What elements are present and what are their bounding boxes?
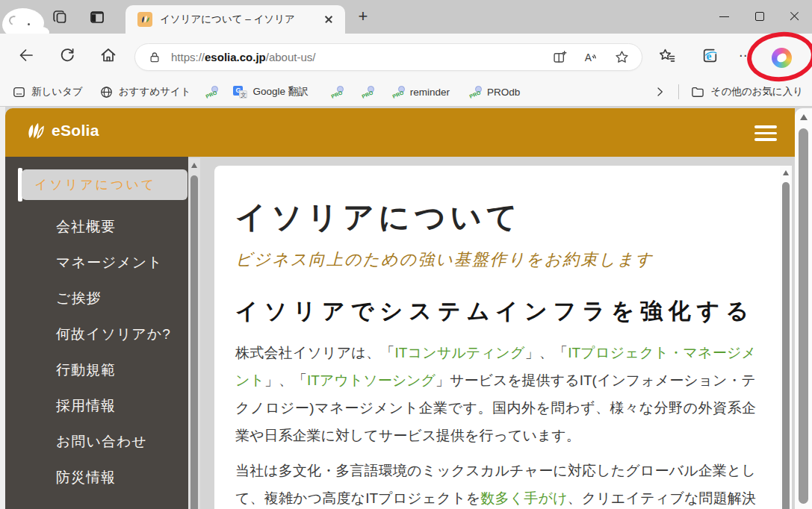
split-screen-icon[interactable] <box>552 49 568 65</box>
favorites-bar-right: その他のお気に入り <box>652 84 812 99</box>
content-paragraph: 当社は多文化・多言語環境のミックスカルチャーに対応したグローバル企業として、複雑… <box>235 457 756 509</box>
page-scrollbar[interactable] <box>795 108 812 509</box>
window-controls <box>707 0 812 34</box>
sidebar-item[interactable]: 防災情報 <box>5 460 188 496</box>
address-bar[interactable]: https://esolia.co.jp/about-us/ A <box>134 43 642 71</box>
pro-icon: PRO <box>469 86 482 99</box>
site-header: eSolia <box>5 108 795 157</box>
tab-close-icon[interactable] <box>321 12 336 27</box>
read-aloud-glyph: A <box>585 52 592 63</box>
sidebar-scrollbar[interactable] <box>188 158 200 509</box>
scrollbar-thumb[interactable] <box>190 175 198 509</box>
address-bar-actions: A <box>552 49 630 66</box>
esolia-favicon <box>137 12 152 27</box>
section-heading: イソリアでシステムインフラを強化する <box>235 296 760 327</box>
workspaces-icon[interactable] <box>49 7 70 28</box>
reload-button[interactable] <box>57 45 78 66</box>
sidebar-item[interactable]: 行動規範 <box>5 352 188 388</box>
favorites-list-icon[interactable] <box>657 45 678 66</box>
favorite-star-icon[interactable] <box>614 49 630 65</box>
sidebar-item[interactable]: 何故イソリアか? <box>5 316 188 352</box>
content-text: 」、「 <box>525 345 568 360</box>
minimize-button[interactable] <box>707 0 742 34</box>
url-path: /about-us/ <box>266 51 316 63</box>
favorite-label: PROdb <box>487 87 520 98</box>
pro-icon: PRO <box>392 86 405 99</box>
scroll-up-arrow-icon[interactable] <box>191 163 197 168</box>
url-domain: esolia.co.jp <box>205 51 266 63</box>
scroll-up-arrow-icon[interactable] <box>783 170 789 175</box>
tab-title: イソリアについて – イソリア <box>160 13 321 26</box>
favorite-label: その他のお気に入り <box>711 85 803 99</box>
page-left-gutter <box>0 107 5 509</box>
scroll-up-arrow-icon[interactable] <box>800 114 808 120</box>
url-scheme: https:// <box>171 51 205 63</box>
content-paragraph: 株式会社イソリアは、「ITコンサルティング」、「ITプロジェクト・マネージメント… <box>235 339 756 449</box>
close-button[interactable] <box>777 0 812 34</box>
copilot-icon[interactable] <box>772 48 792 68</box>
translate-icon: G文 <box>233 86 247 99</box>
sidebar-nav: イソリアについて 会社概要 マネージメント ご挨拶 何故イソリアか? 行動規範 … <box>5 157 188 509</box>
favorite-reminder[interactable]: PRO reminder <box>392 86 450 99</box>
content-link[interactable]: ITコンサルティング <box>394 345 524 360</box>
content-link[interactable]: ITアウトソーシング <box>307 372 436 388</box>
new-tab-button[interactable]: + <box>353 7 374 27</box>
favorite-new-tab[interactable]: 新しいタブ <box>12 85 83 99</box>
vertical-tabs-icon[interactable] <box>87 7 108 28</box>
content-text: 株式会社イソリアは、「 <box>235 345 394 360</box>
favorite-label: 新しいタブ <box>31 85 83 99</box>
sidebar-item[interactable]: 会社概要 <box>5 209 188 245</box>
url-text: https://esolia.co.jp/about-us/ <box>171 51 552 63</box>
favorite-label: reminder <box>410 87 450 98</box>
pro-icon: PRO <box>331 86 344 99</box>
favorite-google-translate[interactable]: G文 Google 翻訳 <box>233 85 308 99</box>
favorites-bar: 新しいタブ おすすめサイト PRO G文 Google 翻訳 PRO PRO P… <box>0 78 812 107</box>
browser-toolbar: https://esolia.co.jp/about-us/ A <box>0 34 812 78</box>
favorites-divider <box>678 84 679 99</box>
hamburger-menu-icon[interactable] <box>754 125 777 141</box>
lock-icon[interactable] <box>148 51 161 64</box>
pro-icon: PRO <box>362 86 374 99</box>
browser-window: { "titlebar": { "tab_title": "イソリアについて –… <box>0 0 812 509</box>
favorite-prodb[interactable]: PRO PROdb <box>469 86 520 99</box>
ie-mode-icon[interactable]: e <box>699 45 720 66</box>
brand-name: eSolia <box>52 122 99 140</box>
sidebar-item[interactable]: 採用情報 <box>5 388 188 424</box>
page-viewport: eSolia イソリアについて 会社概要 マネージメント ご挨拶 何故イソリアか… <box>0 107 812 509</box>
content-scrollbar[interactable] <box>780 166 792 509</box>
blob-arc <box>7 14 20 27</box>
blob-dot <box>28 23 30 25</box>
sidebar-item[interactable]: ご挨拶 <box>5 281 188 316</box>
page-title: イソリアについて <box>235 197 760 238</box>
content-link[interactable]: 数多く手がけ <box>480 490 567 506</box>
favorite-pro-1[interactable]: PRO <box>205 86 218 99</box>
page-subtitle: ビジネス向上のための強い基盤作りをお約束します <box>235 249 760 271</box>
sidebar-item[interactable]: お問い合わせ <box>5 424 188 460</box>
browser-tab[interactable]: イソリアについて – イソリア <box>125 5 345 34</box>
read-aloud-icon[interactable]: A <box>583 49 599 66</box>
favorite-pro-2[interactable]: PRO <box>331 86 344 99</box>
favorites-overflow-chevron-icon[interactable] <box>652 86 667 98</box>
favorite-label: Google 翻訳 <box>252 85 308 99</box>
favorite-suggested-sites[interactable]: おすすめサイト <box>99 85 191 99</box>
esolia-logo[interactable]: eSolia <box>23 119 99 142</box>
tab-strip: イソリアについて – イソリア + <box>0 0 812 34</box>
sidebar-active-label: イソリアについて <box>22 169 187 200</box>
sidebar-nav-list: 会社概要 マネージメント ご挨拶 何故イソリアか? 行動規範 採用情報 お問い合… <box>5 209 188 496</box>
other-favorites-folder[interactable]: その他のお気に入り <box>690 84 803 99</box>
home-button[interactable] <box>98 45 119 66</box>
more-options-icon[interactable]: ⋯ <box>735 45 756 66</box>
back-button[interactable] <box>16 45 37 66</box>
content-text: 」、「 <box>264 372 307 388</box>
favorite-label: おすすめサイト <box>119 85 191 99</box>
ie-glyph: e <box>706 49 711 61</box>
favorite-pro-3[interactable]: PRO <box>362 86 374 99</box>
sidebar-item-about-active[interactable]: イソリアについて <box>18 169 187 200</box>
scrollbar-thumb[interactable] <box>799 128 808 504</box>
maximize-button[interactable] <box>742 0 777 34</box>
sidebar-item[interactable]: マネージメント <box>5 245 188 281</box>
scrollbar-thumb[interactable] <box>782 182 790 509</box>
content-area: イソリアについて ビジネス向上のための強い基盤作りをお約束します イソリアでシス… <box>214 166 780 509</box>
pro-icon: PRO <box>205 86 218 99</box>
